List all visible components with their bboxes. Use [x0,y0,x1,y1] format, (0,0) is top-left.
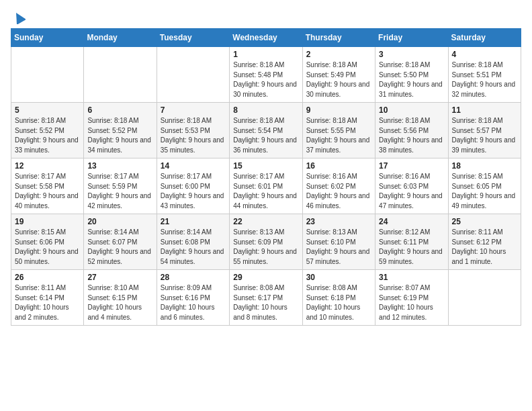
day-number: 9 [306,105,371,115]
day-info: Sunrise: 8:18 AM Sunset: 5:50 PM Dayligh… [379,60,444,99]
day-info: Sunrise: 8:18 AM Sunset: 5:54 PM Dayligh… [233,116,298,155]
calendar-cell: 25Sunrise: 8:11 AM Sunset: 6:12 PM Dayli… [448,214,521,270]
day-info: Sunrise: 8:13 AM Sunset: 6:10 PM Dayligh… [306,228,371,267]
day-of-week-header: Friday [375,29,448,47]
calendar-cell: 12Sunrise: 8:17 AM Sunset: 5:58 PM Dayli… [11,158,84,214]
day-info: Sunrise: 8:18 AM Sunset: 5:53 PM Dayligh… [161,116,226,155]
day-of-week-header: Sunday [11,29,84,47]
calendar-table: SundayMondayTuesdayWednesdayThursdayFrid… [11,28,521,326]
day-info: Sunrise: 8:17 AM Sunset: 5:58 PM Dayligh… [15,172,80,211]
day-number: 22 [233,217,298,226]
day-info: Sunrise: 8:10 AM Sunset: 6:15 PM Dayligh… [87,283,152,322]
calendar-week-row: 5Sunrise: 8:18 AM Sunset: 5:52 PM Daylig… [11,103,521,158]
calendar-cell [11,47,84,103]
calendar-cell: 31Sunrise: 8:07 AM Sunset: 6:19 PM Dayli… [375,270,448,326]
calendar-cell: 15Sunrise: 8:17 AM Sunset: 6:01 PM Dayli… [230,158,302,214]
day-info: Sunrise: 8:15 AM Sunset: 6:06 PM Dayligh… [15,228,80,267]
calendar-cell: 3Sunrise: 8:18 AM Sunset: 5:50 PM Daylig… [375,47,448,103]
calendar-week-row: 19Sunrise: 8:15 AM Sunset: 6:06 PM Dayli… [11,214,521,270]
day-number: 14 [161,161,226,171]
calendar-header-row: SundayMondayTuesdayWednesdayThursdayFrid… [11,29,521,47]
day-number: 15 [233,161,298,171]
calendar-cell: 17Sunrise: 8:16 AM Sunset: 6:03 PM Dayli… [375,158,448,214]
calendar-cell: 4Sunrise: 8:18 AM Sunset: 5:51 PM Daylig… [448,47,521,103]
day-of-week-header: Thursday [302,29,375,47]
calendar-cell: 21Sunrise: 8:14 AM Sunset: 6:08 PM Dayli… [157,214,229,270]
day-number: 28 [161,273,226,282]
calendar-cell: 20Sunrise: 8:14 AM Sunset: 6:07 PM Dayli… [84,214,157,270]
calendar-week-row: 26Sunrise: 8:11 AM Sunset: 6:14 PM Dayli… [11,270,521,326]
calendar-cell: 10Sunrise: 8:18 AM Sunset: 5:56 PM Dayli… [375,103,448,158]
calendar-cell [448,270,521,326]
day-info: Sunrise: 8:11 AM Sunset: 6:12 PM Dayligh… [452,228,517,267]
calendar-cell: 2Sunrise: 8:18 AM Sunset: 5:49 PM Daylig… [302,47,375,103]
day-info: Sunrise: 8:09 AM Sunset: 6:16 PM Dayligh… [161,283,226,322]
day-number: 31 [379,273,444,282]
calendar-cell: 19Sunrise: 8:15 AM Sunset: 6:06 PM Dayli… [11,214,84,270]
day-number: 27 [87,273,152,282]
day-number: 10 [379,105,444,115]
day-of-week-header: Monday [84,29,157,47]
day-number: 1 [233,50,298,59]
day-info: Sunrise: 8:11 AM Sunset: 6:14 PM Dayligh… [15,283,80,322]
day-number: 16 [306,161,371,171]
calendar-cell: 11Sunrise: 8:18 AM Sunset: 5:57 PM Dayli… [448,103,521,158]
calendar-cell: 30Sunrise: 8:08 AM Sunset: 6:18 PM Dayli… [302,270,375,326]
day-number: 23 [306,217,371,226]
day-number: 24 [379,217,444,226]
day-info: Sunrise: 8:17 AM Sunset: 5:59 PM Dayligh… [87,172,152,211]
day-number: 19 [15,217,80,226]
day-of-week-header: Saturday [448,29,521,47]
day-number: 8 [233,105,298,115]
calendar-cell: 22Sunrise: 8:13 AM Sunset: 6:09 PM Dayli… [230,214,302,270]
calendar-cell: 6Sunrise: 8:18 AM Sunset: 5:52 PM Daylig… [84,103,157,158]
day-info: Sunrise: 8:18 AM Sunset: 5:51 PM Dayligh… [452,60,517,99]
day-number: 13 [87,161,152,171]
calendar-cell [84,47,157,103]
calendar-cell: 29Sunrise: 8:08 AM Sunset: 6:17 PM Dayli… [230,270,302,326]
page-header [11,11,521,20]
calendar-cell: 7Sunrise: 8:18 AM Sunset: 5:53 PM Daylig… [157,103,229,158]
day-number: 6 [87,105,152,115]
day-number: 5 [15,105,80,115]
day-info: Sunrise: 8:18 AM Sunset: 5:49 PM Dayligh… [306,60,371,99]
calendar-cell: 23Sunrise: 8:13 AM Sunset: 6:10 PM Dayli… [302,214,375,270]
day-info: Sunrise: 8:18 AM Sunset: 5:57 PM Dayligh… [452,116,517,155]
calendar-cell: 28Sunrise: 8:09 AM Sunset: 6:16 PM Dayli… [157,270,229,326]
logo [11,11,26,20]
day-number: 18 [452,161,517,171]
day-info: Sunrise: 8:16 AM Sunset: 6:02 PM Dayligh… [306,172,371,211]
day-info: Sunrise: 8:08 AM Sunset: 6:18 PM Dayligh… [306,283,371,322]
day-number: 20 [87,217,152,226]
day-info: Sunrise: 8:18 AM Sunset: 5:56 PM Dayligh… [379,116,444,155]
calendar-week-row: 12Sunrise: 8:17 AM Sunset: 5:58 PM Dayli… [11,158,521,214]
day-number: 3 [379,50,444,59]
day-number: 29 [233,273,298,282]
day-info: Sunrise: 8:18 AM Sunset: 5:52 PM Dayligh… [15,116,80,155]
calendar-cell: 14Sunrise: 8:17 AM Sunset: 6:00 PM Dayli… [157,158,229,214]
day-info: Sunrise: 8:18 AM Sunset: 5:55 PM Dayligh… [306,116,371,155]
calendar-cell: 24Sunrise: 8:12 AM Sunset: 6:11 PM Dayli… [375,214,448,270]
day-info: Sunrise: 8:18 AM Sunset: 5:48 PM Dayligh… [233,60,298,99]
day-info: Sunrise: 8:14 AM Sunset: 6:07 PM Dayligh… [87,228,152,267]
day-info: Sunrise: 8:13 AM Sunset: 6:09 PM Dayligh… [233,228,298,267]
day-of-week-header: Tuesday [157,29,229,47]
calendar-cell: 8Sunrise: 8:18 AM Sunset: 5:54 PM Daylig… [230,103,302,158]
day-number: 17 [379,161,444,171]
calendar-cell: 16Sunrise: 8:16 AM Sunset: 6:02 PM Dayli… [302,158,375,214]
day-number: 25 [452,217,517,226]
day-number: 26 [15,273,80,282]
calendar-week-row: 1Sunrise: 8:18 AM Sunset: 5:48 PM Daylig… [11,47,521,103]
day-info: Sunrise: 8:12 AM Sunset: 6:11 PM Dayligh… [379,228,444,267]
logo-icon [12,11,26,24]
calendar-cell: 27Sunrise: 8:10 AM Sunset: 6:15 PM Dayli… [84,270,157,326]
day-number: 11 [452,105,517,115]
day-info: Sunrise: 8:17 AM Sunset: 6:01 PM Dayligh… [233,172,298,211]
day-number: 7 [161,105,226,115]
day-number: 30 [306,273,371,282]
calendar-cell: 1Sunrise: 8:18 AM Sunset: 5:48 PM Daylig… [230,47,302,103]
day-info: Sunrise: 8:07 AM Sunset: 6:19 PM Dayligh… [379,283,444,322]
day-info: Sunrise: 8:17 AM Sunset: 6:00 PM Dayligh… [161,172,226,211]
calendar-cell: 26Sunrise: 8:11 AM Sunset: 6:14 PM Dayli… [11,270,84,326]
day-number: 21 [161,217,226,226]
